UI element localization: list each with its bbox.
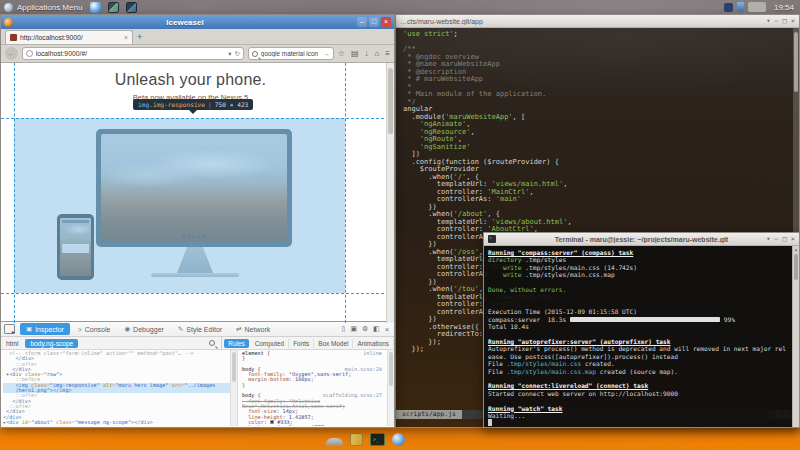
markup-scrollbar-thumb[interactable] [232, 352, 236, 382]
rules-view[interactable]: element {inline} body {main.scss:29 font… [238, 350, 387, 426]
inspector-node-tooltip: img.img-responsive | 750 × 423 [133, 99, 253, 110]
site-identity-icon[interactable] [26, 50, 33, 57]
editor-titlebar[interactable]: …cts/maru-website.git/app [396, 15, 799, 28]
tab-network[interactable]: Network [230, 323, 276, 335]
tooltip-separator: | [208, 101, 212, 108]
debugger-icon [124, 325, 130, 333]
downloads-icon[interactable] [364, 49, 368, 58]
terminal-body[interactable]: Running "compass:server" (compass) taskd… [484, 246, 792, 427]
file-manager-launcher-icon[interactable] [108, 2, 119, 13]
system-tray: 19:54 [724, 2, 800, 12]
rules-scrollbar-thumb[interactable] [389, 352, 393, 386]
maximize-button[interactable] [783, 235, 787, 244]
frames-icon[interactable] [350, 325, 357, 333]
close-button[interactable] [791, 235, 795, 244]
editor-scrollbar-thumb[interactable] [794, 32, 798, 92]
maximize-button[interactable] [783, 17, 787, 26]
terminal-titlebar[interactable]: Terminal - maru@jessie: ~/projects/maru-… [484, 233, 799, 246]
browser-dock-icon[interactable] [392, 433, 405, 446]
page-viewport: Unleash your phone. Beta now available o… [1, 63, 394, 323]
sidebar-tab-rules[interactable]: Rules [224, 339, 248, 348]
tooltip-dimensions: 750 × 423 [215, 101, 249, 108]
browser-tab[interactable]: http://localhost:9000/ [5, 30, 133, 44]
scroll-up-icon[interactable] [793, 246, 799, 252]
minimize-button[interactable]: – [357, 17, 367, 27]
rules-scrollbar[interactable] [387, 350, 394, 426]
breadcrumb-html[interactable]: html [1, 339, 23, 348]
sidebar-tab-animations[interactable]: Animations [353, 339, 394, 348]
volume-tray-icon[interactable] [737, 2, 744, 12]
back-button[interactable] [5, 47, 18, 60]
tab-style-editor[interactable]: Style Editor [172, 323, 228, 335]
devtools-close-icon[interactable] [385, 326, 389, 333]
desktop-dock [326, 433, 405, 446]
notification-area[interactable] [748, 2, 766, 12]
markup-search-icon[interactable] [209, 340, 215, 346]
browser-titlebar[interactable]: Iceweasel – □ × [1, 15, 394, 29]
markup-view[interactable]: <!-- <form class="form-inline" action=""… [1, 350, 230, 426]
panel-clock[interactable]: 19:54 [774, 3, 794, 12]
minimize-button[interactable] [774, 235, 778, 244]
search-go-icon[interactable] [323, 50, 330, 57]
sidebar-tab-box-model[interactable]: Box Model [314, 339, 353, 348]
markup-scrollbar[interactable] [230, 350, 238, 426]
package-dock-icon[interactable] [350, 433, 363, 446]
browser-window: Iceweasel – □ × http://localhost:9000/ l… [0, 14, 395, 428]
devtools-second-row: html body.ng-scope Rules Computed Fonts … [1, 337, 394, 350]
terminal-dock-icon[interactable] [370, 433, 385, 446]
terminal-scrollbar[interactable] [792, 246, 799, 427]
browser-launcher-icon[interactable] [90, 2, 101, 13]
tab-close-icon[interactable] [124, 34, 128, 41]
devtools-settings-icon[interactable] [362, 325, 368, 333]
desktop: Applications Menu 19:54 …cts/maru-websit… [0, 0, 800, 450]
tooltip-node-class: .img-responsive [149, 101, 205, 108]
inspector-guide-bottom [1, 293, 394, 294]
home-icon[interactable] [374, 49, 379, 58]
tab-console[interactable]: Console [72, 324, 116, 335]
tooltip-node-name: img [138, 101, 149, 108]
applications-menu-label: Applications Menu [17, 3, 82, 12]
inspector-guide-top [1, 118, 394, 119]
tab-inspector[interactable]: Inspector [20, 323, 70, 335]
url-dropdown-icon[interactable] [228, 50, 231, 58]
applications-menu-button[interactable]: Applications Menu [0, 0, 90, 14]
shade-button[interactable] [766, 235, 770, 244]
page-scrollbar-thumb[interactable] [388, 68, 393, 134]
sidebar-tab-computed[interactable]: Computed [251, 339, 290, 348]
tab-debugger[interactable]: Debugger [118, 323, 169, 335]
media-launcher-icon[interactable] [126, 2, 137, 13]
network-tray-icon[interactable] [724, 3, 733, 12]
sidebar-tabs: Rules Computed Fonts Box Model Animation… [221, 337, 394, 349]
breadcrumb-body[interactable]: body.ng-scope [25, 339, 78, 348]
new-tab-button[interactable] [137, 30, 142, 44]
terminal-scrollbar-thumb[interactable] [794, 254, 798, 280]
terminal-window-title: Terminal - maru@jessie: ~/projects/maru-… [484, 236, 799, 243]
terminal-output: Running "compass:server" (compass) taskd… [484, 246, 792, 427]
browser-app-icon [4, 18, 13, 27]
minimize-button[interactable] [774, 17, 778, 26]
inspector-guide-right [345, 63, 346, 323]
devtools-toolbar: Inspector Console Debugger Style Editor … [1, 322, 394, 337]
distro-logo-icon [4, 3, 13, 12]
close-button[interactable] [791, 17, 795, 26]
maximize-button[interactable]: □ [369, 17, 379, 27]
reload-icon[interactable] [234, 50, 239, 58]
tab-title: http://localhost:9000/ [20, 34, 121, 41]
bookmark-star-icon[interactable] [338, 49, 345, 58]
sidebar-tab-fonts[interactable]: Fonts [289, 339, 314, 348]
hamburger-menu-icon[interactable] [385, 49, 390, 58]
shade-button[interactable] [766, 17, 770, 26]
tab-favicon [10, 34, 17, 41]
responsive-mode-icon[interactable] [342, 325, 346, 333]
bookmarks-menu-icon[interactable] [351, 49, 359, 58]
build-terminal-window: Terminal - maru@jessie: ~/projects/maru-… [483, 232, 800, 428]
pick-element-icon[interactable] [4, 324, 15, 334]
top-panel: Applications Menu 19:54 [0, 0, 800, 14]
close-button[interactable]: × [381, 17, 391, 27]
search-bar[interactable]: google material icon [248, 47, 334, 60]
url-bar[interactable]: localhost:9000/#/ [22, 47, 244, 60]
page-scrollbar[interactable] [386, 63, 394, 323]
network-icon [236, 325, 241, 333]
dock-side-icon[interactable] [373, 325, 380, 333]
window-shade-dock-icon[interactable] [326, 438, 343, 446]
